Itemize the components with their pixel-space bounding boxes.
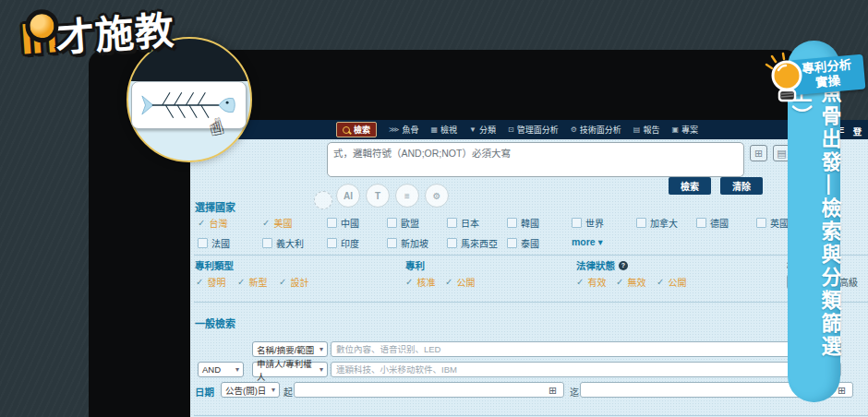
grid-view-icon: ▦ xyxy=(430,125,438,134)
translate-icon[interactable]: T xyxy=(366,184,390,208)
channel-logo: In才施教 xyxy=(18,0,176,66)
checkbox-icon xyxy=(447,238,457,248)
country-checkbox-usa[interactable]: ✓美國 xyxy=(262,216,292,230)
checkmark-icon: ✓ xyxy=(576,278,584,287)
filter-title-patent-type: 專利類型 xyxy=(195,258,234,272)
nav-tab-management-analysis[interactable]: ⊡ 管理面分析 xyxy=(508,124,559,136)
applicant-input[interactable] xyxy=(331,362,841,377)
country-checkbox-canada[interactable]: 加拿大 xyxy=(636,216,678,230)
query-builder-icon[interactable]: ⊞ xyxy=(750,145,767,161)
country-checkbox-singapore[interactable]: 新加坡 xyxy=(387,236,428,250)
patent-granted[interactable]: ✓核准 xyxy=(405,275,435,289)
divider xyxy=(194,415,868,416)
country-checkbox-malaysia[interactable]: 馬來西亞 xyxy=(447,236,498,250)
chevron-down-icon: ▾ xyxy=(235,365,239,374)
filter-title-patent: 專利 xyxy=(405,258,425,272)
ai-assistant-icon[interactable]: AI xyxy=(336,184,360,208)
country-checkbox-italy[interactable]: 義大利 xyxy=(262,236,304,250)
lightbulb-icon xyxy=(761,52,811,107)
login-link[interactable]: 登 xyxy=(853,125,862,137)
patent-type-utility[interactable]: ✓新型 xyxy=(237,275,267,289)
field-select-2[interactable]: 申請人/專利權人▾ xyxy=(252,362,328,377)
divider xyxy=(194,255,868,256)
country-checkbox-india[interactable]: 印度 xyxy=(327,236,359,250)
checkmark-icon: ✓ xyxy=(279,278,286,287)
country-checkbox-germany[interactable]: 德國 xyxy=(696,216,729,230)
divider xyxy=(194,302,868,303)
date-from-input[interactable] xyxy=(294,382,564,398)
legal-published[interactable]: ✓公開 xyxy=(657,275,686,289)
top-navbar: IPTECH 檢索 ⋙ 魚骨 ▦ 檢視 ▼ xyxy=(190,120,868,139)
date-type-select[interactable]: 公告(開)日▾ xyxy=(221,382,280,398)
checkmark-icon: ✓ xyxy=(196,278,203,287)
country-checkbox-taiwan[interactable]: ✓台灣 xyxy=(198,216,227,230)
date-to-label: 迄 xyxy=(570,385,579,399)
legal-invalid[interactable]: ✓無效 xyxy=(616,275,645,289)
country-checkbox-world[interactable]: 世界 xyxy=(572,216,604,230)
legal-valid[interactable]: ✓有效 xyxy=(576,275,606,289)
checkbox-icon xyxy=(507,218,517,228)
search-icon xyxy=(343,126,350,134)
checkmark-icon: ✓ xyxy=(405,278,413,287)
country-checkbox-japan[interactable]: 日本 xyxy=(447,216,479,230)
country-checkbox-france[interactable]: 法國 xyxy=(198,236,230,250)
nav-tab-classify[interactable]: ▼ 分類 xyxy=(469,124,496,136)
faded-tool-icon[interactable] xyxy=(314,191,332,209)
checkbox-icon xyxy=(327,238,337,248)
patent-type-design[interactable]: ✓設計 xyxy=(279,275,308,289)
country-checkbox-china[interactable]: 中國 xyxy=(327,216,359,230)
filter-title-legal-status: 法律狀態? xyxy=(576,258,628,272)
chevron-down-icon: ▾ xyxy=(598,236,603,247)
settings-head-icon[interactable]: ⚙ xyxy=(425,184,449,208)
nav-tab-report[interactable]: ▤ 報告 xyxy=(633,124,660,136)
list-tree-icon[interactable]: ≡ xyxy=(395,184,419,208)
nav-menu: 檢索 ⋙ 魚骨 ▦ 檢視 ▼ 分類 ⊡ xyxy=(336,120,698,139)
patent-app-page: IPTECH 檢索 ⋙ 魚骨 ▦ 檢視 ▼ xyxy=(190,120,868,417)
checkbox-icon xyxy=(447,218,457,228)
checkbox-icon xyxy=(507,238,517,248)
report-icon: ▤ xyxy=(633,125,641,134)
operator-select[interactable]: AND▾ xyxy=(198,362,244,377)
country-checkbox-korea[interactable]: 韓國 xyxy=(507,216,539,230)
keyword-input[interactable] xyxy=(331,341,841,357)
checkbox-icon xyxy=(262,238,272,248)
checkbox-icon xyxy=(387,238,397,248)
checkmark-icon: ✓ xyxy=(237,278,245,287)
section-title-general-search: 一般檢索 xyxy=(195,316,235,330)
more-countries-link[interactable]: more ▾ xyxy=(572,236,603,247)
country-checkbox-thailand[interactable]: 泰國 xyxy=(507,236,539,250)
checkmark-icon: ✓ xyxy=(616,278,623,287)
fishbone-diagram-icon xyxy=(138,86,241,125)
nav-tab-tech-analysis[interactable]: ⚙ 技術面分析 xyxy=(571,124,621,136)
country-checkbox-eu[interactable]: 歐盟 xyxy=(387,216,419,230)
video-frame: IPTECH 檢索 ⋙ 魚骨 ▦ 檢視 ▼ xyxy=(0,0,868,417)
chevron-down-icon: ▾ xyxy=(271,386,275,394)
patent-published[interactable]: ✓公開 xyxy=(445,275,475,289)
checkmark-icon: ✓ xyxy=(445,278,452,287)
query-input[interactable]: 式，邏輯符號（AND;OR;NOT）必須大寫 xyxy=(327,142,744,177)
patent-type-invention[interactable]: ✓發明 xyxy=(196,275,225,289)
episode-title: 從魚骨出發—檢索與分類篩選（上） xyxy=(788,59,840,384)
nav-tab-view[interactable]: ▦ 檢視 xyxy=(430,124,457,136)
calendar-icon[interactable]: ⊞ xyxy=(838,385,846,397)
chevron-down-icon: ▾ xyxy=(319,365,323,374)
chevron-down-icon: ▾ xyxy=(319,345,323,353)
date-from-label: 起 xyxy=(283,385,293,399)
calendar-icon[interactable]: ⊞ xyxy=(549,385,557,397)
classify-icon: ▼ xyxy=(469,125,476,134)
field-select-1[interactable]: 名稱/摘要/範圍▾ xyxy=(252,341,328,357)
tech-analysis-icon: ⚙ xyxy=(571,125,577,134)
fishbone-preview-card xyxy=(131,81,247,129)
clear-button[interactable]: 清除 xyxy=(720,177,763,195)
nav-tab-project[interactable]: ▣ 專案 xyxy=(671,124,698,136)
dashboard-icon: ⊡ xyxy=(508,125,514,134)
help-icon[interactable]: ? xyxy=(619,261,628,270)
nav-tab-search[interactable]: 檢索 xyxy=(336,122,377,137)
checkmark-icon: ✓ xyxy=(657,278,664,287)
checkbox-icon xyxy=(387,218,397,228)
checkbox-icon xyxy=(636,218,646,228)
checkbox-icon xyxy=(198,238,208,248)
nav-tab-fishbone[interactable]: ⋙ 魚骨 xyxy=(389,124,418,136)
search-button[interactable]: 檢索 xyxy=(669,177,711,195)
checkbox-icon xyxy=(572,218,582,228)
